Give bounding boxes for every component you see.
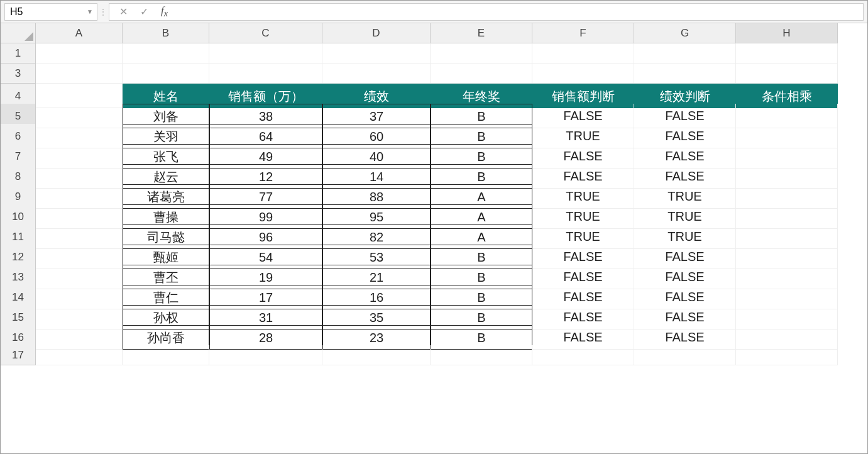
cell-G1[interactable] bbox=[634, 43, 736, 64]
cell-H1[interactable] bbox=[736, 43, 838, 64]
col-head-H[interactable]: H bbox=[736, 23, 838, 43]
spreadsheet-grid[interactable]: ABCDEFGH134姓名销售额（万）绩效年终奖销售额判断绩效判断条件相乘5刘备… bbox=[1, 23, 867, 365]
cell-B1[interactable] bbox=[123, 43, 209, 64]
cell-A3[interactable] bbox=[36, 64, 123, 84]
fx-icon[interactable]: fx bbox=[161, 4, 168, 19]
cell-F3[interactable] bbox=[532, 64, 634, 84]
col-head-B[interactable]: B bbox=[123, 23, 209, 43]
row-head-17[interactable]: 17 bbox=[1, 345, 36, 365]
cancel-icon[interactable]: ✕ bbox=[119, 6, 128, 18]
cell-H3[interactable] bbox=[736, 64, 838, 84]
cell-A1[interactable] bbox=[36, 43, 123, 64]
cell-E1[interactable] bbox=[431, 43, 532, 64]
cell-D1[interactable] bbox=[322, 43, 431, 64]
cell-G17[interactable] bbox=[634, 345, 736, 365]
formula-bar-buttons: ✕ ✓ fx bbox=[109, 4, 178, 19]
cell-reference: H5 bbox=[10, 6, 23, 18]
cell-C1[interactable] bbox=[209, 43, 322, 64]
cell-H17[interactable] bbox=[736, 345, 838, 365]
cell-F1[interactable] bbox=[532, 43, 634, 64]
cell-B3[interactable] bbox=[123, 64, 209, 84]
cell-B17[interactable] bbox=[123, 345, 209, 365]
cell-F17[interactable] bbox=[532, 345, 634, 365]
confirm-icon[interactable]: ✓ bbox=[140, 6, 148, 18]
select-all-corner[interactable] bbox=[1, 23, 36, 43]
cell-D3[interactable] bbox=[322, 64, 431, 84]
formula-input[interactable] bbox=[178, 3, 864, 21]
col-head-G[interactable]: G bbox=[634, 23, 736, 43]
col-head-A[interactable]: A bbox=[36, 23, 123, 43]
cell-G3[interactable] bbox=[634, 64, 736, 84]
col-head-E[interactable]: E bbox=[431, 23, 532, 43]
cell-E3[interactable] bbox=[431, 64, 532, 84]
name-box-dropdown-icon[interactable]: ▼ bbox=[87, 8, 93, 15]
name-box[interactable]: H5 ▼ bbox=[4, 3, 97, 21]
cell-A17[interactable] bbox=[36, 345, 123, 365]
cell-D17[interactable] bbox=[322, 345, 431, 365]
cell-E17[interactable] bbox=[431, 345, 532, 365]
col-head-C[interactable]: C bbox=[209, 23, 322, 43]
formula-bar: H5 ▼ ⋮ ✕ ✓ fx bbox=[1, 1, 867, 23]
cell-C17[interactable] bbox=[209, 345, 322, 365]
cell-C3[interactable] bbox=[209, 64, 322, 84]
divider: ⋮ bbox=[97, 7, 109, 17]
col-head-F[interactable]: F bbox=[532, 23, 634, 43]
row-head-1[interactable]: 1 bbox=[1, 43, 36, 64]
col-head-D[interactable]: D bbox=[322, 23, 431, 43]
row-head-3[interactable]: 3 bbox=[1, 64, 36, 84]
